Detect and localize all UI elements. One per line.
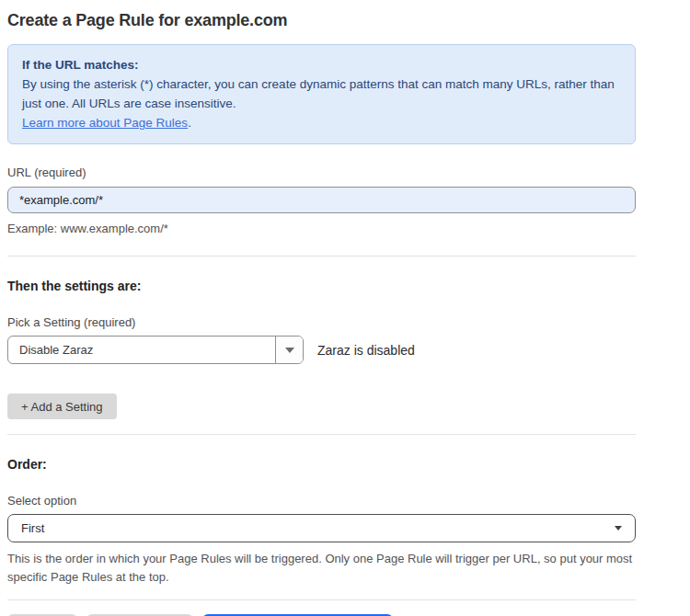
chevron-down-icon <box>285 348 294 353</box>
order-section-heading: Order: <box>7 457 636 472</box>
info-box-body: By using the asterisk (*) character, you… <box>22 74 621 113</box>
order-helper-text: This is the order in which your Page Rul… <box>7 550 633 587</box>
setting-select-arrow-button[interactable] <box>275 337 303 363</box>
learn-more-link[interactable]: Learn more about Page Rules <box>22 116 188 130</box>
page-title: Create a Page Rule for example.com <box>7 11 636 30</box>
divider <box>7 599 636 600</box>
page-rule-form: Create a Page Rule for example.com If th… <box>0 0 690 616</box>
order-select-label: Select option <box>7 494 636 508</box>
link-period: . <box>188 116 191 130</box>
info-box-heading: If the URL matches: <box>22 55 621 74</box>
divider <box>7 256 636 257</box>
divider <box>7 434 636 435</box>
setting-select[interactable]: Disable Zaraz <box>7 336 304 364</box>
order-select-value: First <box>21 521 44 535</box>
chevron-down-icon <box>615 526 622 530</box>
url-field-label: URL (required) <box>7 165 636 179</box>
info-box-link-line: Learn more about Page Rules. <box>22 113 621 132</box>
setting-select-value: Disable Zaraz <box>8 337 275 363</box>
order-select[interactable]: First <box>7 514 636 542</box>
pick-setting-label: Pick a Setting (required) <box>7 315 636 329</box>
settings-section-heading: Then the settings are: <box>7 279 636 293</box>
url-match-info-box: If the URL matches: By using the asteris… <box>7 44 636 144</box>
add-setting-button[interactable]: + Add a Setting <box>7 394 117 419</box>
url-field-helper: Example: www.example.com/* <box>7 222 636 235</box>
setting-status-text: Zaraz is disabled <box>317 343 415 358</box>
setting-picker-row: Disable Zaraz Zaraz is disabled <box>7 336 636 364</box>
url-input[interactable] <box>7 187 636 213</box>
